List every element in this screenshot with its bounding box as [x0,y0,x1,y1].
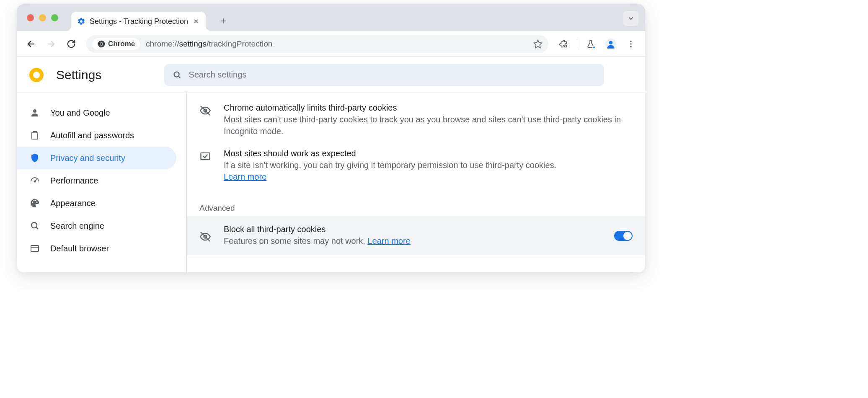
sidebar-item-label: Search engine [50,221,104,231]
toolbar: Chrome chrome://settings/trackingProtect… [17,31,645,57]
sidebar-item-label: You and Google [50,108,110,118]
clipboard-icon [29,130,40,141]
row-title: Block all third-party cookies [224,225,602,234]
checkbox-icon [199,150,211,162]
sidebar-item-label: Performance [50,176,98,186]
sidebar-item-label: Appearance [50,199,96,208]
svg-point-9 [33,72,40,78]
learn-more-link[interactable]: Learn more [367,236,410,246]
tab-strip: Settings - Tracking Protection [17,4,645,31]
row-subtitle: Features on some sites may not work. Lea… [224,235,602,247]
settings-header: Settings [17,57,645,93]
close-tab-button[interactable] [192,18,200,25]
extensions-button[interactable] [555,36,572,52]
info-row-sites-work: Most sites should work as expected If a … [199,143,633,189]
labs-button[interactable] [582,36,599,52]
sidebar-item-search-engine[interactable]: Search engine [17,215,176,237]
window-controls [27,14,58,21]
row-title: Chrome automatically limits third-party … [224,103,633,113]
eye-off-icon [199,105,211,116]
svg-point-13 [31,222,37,228]
speedometer-icon [29,175,40,186]
settings-title: Settings [56,68,101,82]
url-text: chrome://settings/trackingProtection [146,39,272,49]
content: You and Google Autofill and passwords Pr… [17,93,645,272]
toolbar-divider [577,39,577,49]
tab-title: Settings - Tracking Protection [90,17,188,26]
address-bar[interactable]: Chrome chrome://settings/trackingProtect… [86,35,548,53]
profile-avatar[interactable] [602,36,619,52]
row-subtitle: If a site isn't working, you can try giv… [224,159,633,183]
svg-point-10 [174,72,179,77]
svg-rect-16 [201,153,210,160]
settings-gear-icon [77,17,85,26]
section-header-advanced: Advanced [199,204,633,213]
learn-more-link[interactable]: Learn more [224,172,266,181]
back-button[interactable] [23,36,39,52]
bookmark-star-icon[interactable] [533,36,542,52]
row-block-all-cookies[interactable]: Block all third-party cookies Features o… [187,216,645,255]
eye-off-icon [199,231,211,243]
sidebar: You and Google Autofill and passwords Pr… [17,93,187,272]
new-tab-button[interactable] [216,13,231,28]
row-subtitle: Most sites can't use third-party cookies… [224,114,633,137]
main-panel: Chrome automatically limits third-party … [187,93,645,272]
svg-point-4 [609,41,613,44]
svg-point-5 [630,40,632,42]
sidebar-item-label: Autofill and passwords [50,131,134,140]
svg-point-12 [34,181,36,182]
search-icon [173,70,182,80]
browser-window: Settings - Tracking Protection [17,4,645,272]
svg-point-7 [630,46,632,47]
search-icon [29,220,40,231]
tab-search-button[interactable] [623,11,638,26]
chrome-chip: Chrome [92,38,140,50]
sidebar-item-privacy-security[interactable]: Privacy and security [17,147,176,169]
maximize-window-button[interactable] [51,14,58,21]
person-icon [29,107,40,118]
sidebar-item-autofill[interactable]: Autofill and passwords [17,124,176,147]
palette-icon [29,198,40,209]
browser-menu-button[interactable] [623,36,639,52]
toggle-knob [623,232,632,240]
reload-button[interactable] [63,36,80,52]
forward-button[interactable] [43,36,59,52]
row-title: Most sites should work as expected [224,149,633,158]
browser-tab[interactable]: Settings - Tracking Protection [71,12,206,31]
sidebar-item-default-browser[interactable]: Default browser [17,237,176,260]
browser-window-icon [29,243,40,254]
svg-rect-14 [31,246,39,251]
sidebar-item-appearance[interactable]: Appearance [17,192,176,215]
chrome-settings-logo-icon [29,68,44,82]
search-settings-input[interactable] [189,70,596,80]
svg-point-11 [33,109,36,113]
sidebar-item-performance[interactable]: Performance [17,169,176,192]
svg-point-2 [100,43,102,45]
search-settings-box[interactable] [164,64,604,86]
sidebar-item-label: Privacy and security [50,153,125,163]
svg-point-6 [630,43,632,45]
block-cookies-toggle[interactable] [614,231,633,241]
shield-icon [29,152,40,163]
chrome-logo-icon [97,40,106,48]
sidebar-item-label: Default browser [50,244,109,253]
minimize-window-button[interactable] [39,14,46,21]
close-window-button[interactable] [27,14,34,21]
sidebar-item-you-and-google[interactable]: You and Google [17,101,176,124]
chrome-chip-label: Chrome [108,40,135,48]
info-row-limit-cookies: Chrome automatically limits third-party … [199,97,633,143]
